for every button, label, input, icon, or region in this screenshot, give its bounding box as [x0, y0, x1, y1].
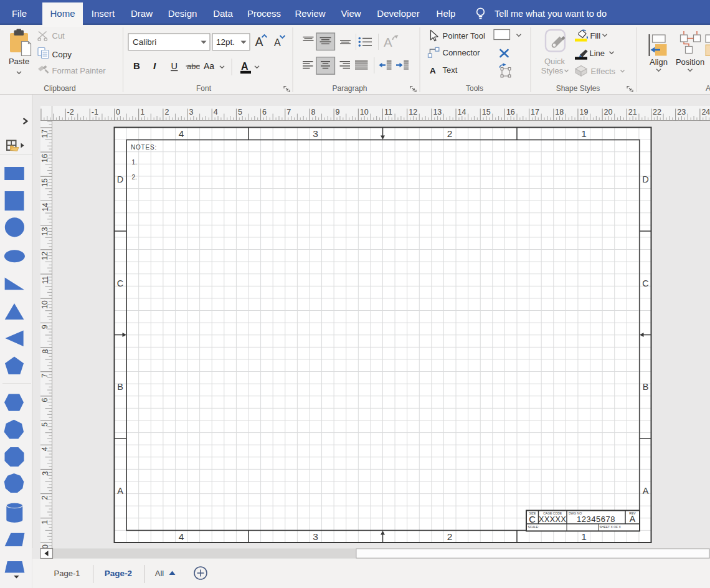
svg-text:19: 19 — [580, 108, 589, 116]
svg-text:22: 22 — [653, 108, 661, 116]
svg-text:Effects: Effects — [591, 67, 616, 76]
svg-text:B: B — [643, 382, 649, 392]
svg-text:16: 16 — [506, 108, 515, 116]
svg-text:2: 2 — [447, 128, 453, 139]
svg-text:SCALE:: SCALE: — [528, 525, 539, 529]
svg-text:4: 4 — [41, 447, 50, 451]
svg-text:0: 0 — [116, 108, 120, 116]
svg-text:1: 1 — [140, 108, 144, 116]
svg-text:Draw: Draw — [131, 8, 153, 19]
svg-text:Design: Design — [168, 8, 197, 19]
svg-text:Tools: Tools — [466, 84, 483, 93]
svg-text:1: 1 — [581, 128, 587, 139]
svg-text:Font: Font — [196, 84, 212, 93]
svg-text:Position: Position — [676, 57, 704, 67]
svg-text:Pointer Tool: Pointer Tool — [443, 31, 486, 40]
svg-text:2: 2 — [447, 531, 453, 542]
svg-text:3: 3 — [41, 471, 50, 475]
svg-text:Insert: Insert — [92, 8, 115, 19]
svg-text:16: 16 — [41, 154, 50, 163]
svg-text:13: 13 — [433, 108, 442, 116]
svg-text:Quick: Quick — [544, 57, 566, 66]
svg-text:14: 14 — [458, 108, 466, 116]
svg-text:1: 1 — [41, 520, 50, 524]
svg-text:15: 15 — [41, 178, 50, 187]
svg-text:10: 10 — [41, 300, 50, 309]
svg-text:I: I — [153, 60, 156, 71]
svg-text:-1: -1 — [92, 108, 98, 116]
svg-text:Fill: Fill — [590, 31, 601, 40]
svg-text:View: View — [341, 8, 361, 19]
svg-text:5: 5 — [41, 422, 50, 427]
svg-text:Review: Review — [295, 8, 325, 19]
svg-text:3: 3 — [313, 531, 318, 542]
svg-text:Copy: Copy — [52, 50, 72, 59]
svg-text:3: 3 — [189, 108, 194, 116]
svg-text:Format Painter: Format Painter — [52, 66, 107, 75]
svg-text:13: 13 — [41, 227, 50, 236]
svg-text:4: 4 — [214, 108, 218, 116]
svg-text:Paragraph: Paragraph — [332, 84, 367, 93]
svg-text:7: 7 — [41, 374, 50, 378]
svg-text:Line: Line — [590, 49, 605, 58]
svg-text:A: A — [643, 486, 649, 496]
svg-text:Calibri: Calibri — [133, 37, 156, 47]
svg-text:B: B — [133, 60, 140, 71]
svg-text:24: 24 — [701, 108, 710, 116]
svg-text:Data: Data — [213, 8, 233, 19]
svg-text:2.: 2. — [132, 174, 137, 181]
svg-text:11: 11 — [384, 108, 392, 116]
svg-text:12: 12 — [409, 108, 417, 116]
svg-text:Text: Text — [443, 65, 458, 75]
svg-text:A: A — [241, 61, 249, 72]
svg-text:Cut: Cut — [52, 31, 65, 40]
svg-text:8: 8 — [41, 349, 50, 353]
svg-text:17: 17 — [531, 108, 539, 116]
svg-text:10: 10 — [360, 108, 369, 116]
svg-text:Shape Styles: Shape Styles — [556, 84, 600, 93]
svg-text:A: A — [384, 35, 392, 49]
svg-text:A: A — [117, 486, 123, 496]
svg-text:8: 8 — [311, 108, 316, 116]
svg-text:A: A — [706, 84, 710, 93]
svg-text:4: 4 — [179, 531, 184, 542]
svg-text:Align: Align — [650, 57, 668, 67]
svg-text:U: U — [171, 61, 178, 71]
svg-text:12345678: 12345678 — [577, 514, 615, 524]
svg-text:12: 12 — [41, 252, 50, 260]
svg-text:Aa: Aa — [204, 61, 214, 71]
svg-text:Process: Process — [247, 8, 281, 19]
svg-text:-2: -2 — [67, 108, 74, 116]
svg-text:A: A — [630, 514, 636, 524]
svg-text:B: B — [117, 382, 123, 392]
svg-text:Page-1: Page-1 — [54, 569, 80, 578]
svg-text:Styles: Styles — [541, 66, 564, 75]
svg-text:18: 18 — [555, 108, 564, 116]
svg-text:5: 5 — [238, 108, 242, 116]
svg-text:9: 9 — [336, 108, 340, 116]
svg-text:12pt.: 12pt. — [216, 37, 235, 47]
svg-text:23: 23 — [677, 108, 686, 116]
svg-text:SHEET X OF X: SHEET X OF X — [600, 525, 622, 529]
svg-text:7: 7 — [286, 108, 291, 116]
svg-text:21: 21 — [628, 108, 637, 116]
svg-text:Developer: Developer — [377, 8, 419, 19]
svg-text:D: D — [642, 174, 648, 184]
svg-text:A: A — [274, 37, 281, 48]
svg-text:9: 9 — [41, 325, 50, 329]
svg-text:4: 4 — [179, 128, 184, 139]
svg-text:2: 2 — [41, 496, 50, 500]
svg-text:D: D — [117, 174, 123, 184]
svg-text:File: File — [12, 8, 27, 19]
svg-text:6: 6 — [262, 108, 267, 116]
svg-text:14: 14 — [41, 202, 50, 211]
svg-text:All: All — [155, 569, 164, 578]
svg-text:NOTES:: NOTES: — [131, 144, 157, 151]
svg-text:17: 17 — [41, 130, 50, 138]
svg-text:A: A — [430, 66, 436, 75]
svg-text:15: 15 — [482, 108, 491, 116]
svg-text:C: C — [529, 514, 536, 524]
svg-text:Page-2: Page-2 — [105, 569, 132, 578]
svg-text:Tell me what you want to do: Tell me what you want to do — [495, 9, 607, 19]
svg-text:6: 6 — [41, 398, 50, 402]
